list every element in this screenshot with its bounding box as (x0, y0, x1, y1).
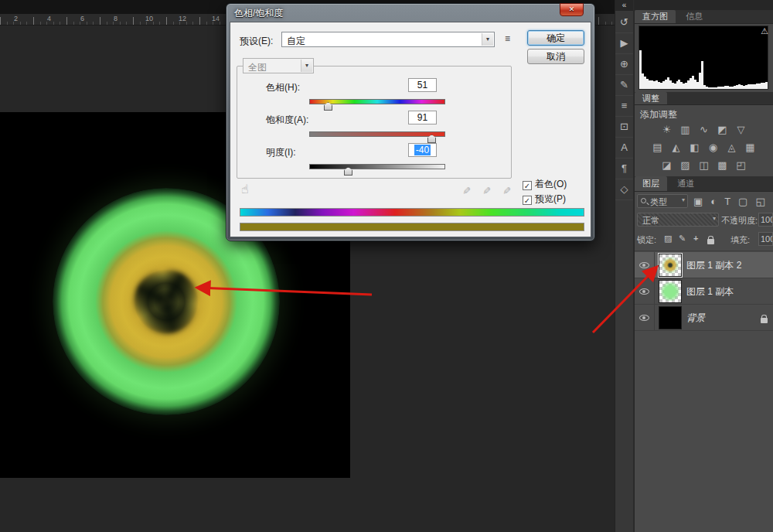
filter-adjustment-layers-icon[interactable]: ◐ (710, 195, 717, 208)
tab-info[interactable]: 信息 (678, 10, 710, 23)
eyedropper-subtract-icon[interactable]: ✎ (501, 186, 512, 195)
filter-smart-objects-icon[interactable]: ◱ (755, 195, 764, 208)
3d-panel-icon[interactable]: ◇ (615, 179, 633, 200)
search-icon (641, 198, 646, 203)
layer-thumbnail[interactable] (659, 254, 682, 277)
eye-icon[interactable] (639, 288, 649, 295)
actions-panel-icon[interactable]: ▶ (615, 33, 633, 54)
lock-transparency-icon[interactable]: ▨ (664, 234, 672, 244)
ruler-label: 10 (145, 15, 153, 22)
ruler-label: 14 (212, 15, 220, 22)
vibrance-icon[interactable]: ▽ (734, 123, 747, 136)
color-balance-icon[interactable]: ◭ (669, 141, 683, 154)
targeted-adjustment-tool-icon[interactable]: ☝ (241, 182, 249, 196)
chevron-down-icon: ▾ (713, 215, 716, 222)
preview-checkbox[interactable]: ✓预览(P) (523, 193, 566, 203)
checkbox-box[interactable]: ✓ (523, 181, 532, 190)
black-white-icon[interactable]: ◧ (688, 141, 701, 154)
fill-value[interactable]: 100% (758, 232, 773, 246)
saturation-label: 饱和度(A): (266, 114, 308, 127)
ruler-label: 6 (80, 15, 84, 22)
layer-name[interactable]: 图层 1 副本 (686, 285, 734, 298)
lock-label: 锁定: (637, 234, 656, 246)
hue-saturation-icon[interactable]: ▤ (651, 141, 664, 154)
paragraph-panel-icon[interactable]: ¶ (615, 159, 633, 179)
layer-thumbnail[interactable] (659, 306, 682, 329)
chevron-down-icon[interactable]: ▾ (482, 33, 493, 46)
filter-pixel-layers-icon[interactable]: ▣ (693, 195, 703, 208)
visibility-toggle[interactable] (635, 305, 655, 330)
close-icon[interactable]: ✕ (560, 3, 584, 16)
lock-paint-icon[interactable]: ✎ (679, 234, 686, 244)
ruler-label: 8 (114, 15, 117, 22)
lightness-slider[interactable] (309, 164, 445, 169)
collapse-panels-button[interactable]: « (615, 0, 633, 11)
character-panel-icon[interactable]: A (615, 138, 633, 159)
visibility-toggle[interactable] (635, 252, 655, 278)
layer-thumbnail[interactable] (659, 280, 682, 303)
opacity-value[interactable]: 100% (758, 213, 773, 227)
preset-options-button[interactable]: ≡ (501, 32, 514, 46)
hue-label: 色相(H): (266, 81, 300, 94)
layer-row-layer1-copy2[interactable]: 图层 1 副本 2 (635, 252, 773, 278)
ruler-label: 12 (179, 15, 186, 22)
histogram-chart (638, 26, 768, 90)
threshold-icon[interactable]: ◫ (697, 159, 710, 172)
lightness-input[interactable]: -40 (408, 143, 437, 157)
filter-type-layers-icon[interactable]: T (724, 195, 730, 208)
channel-select[interactable]: 全图 ▾ (243, 58, 314, 73)
eye-icon[interactable] (639, 315, 649, 321)
photo-filter-icon[interactable]: ◉ (707, 141, 720, 154)
layer-row-layer1-copy[interactable]: 图层 1 副本 (635, 278, 773, 305)
colorize-result-bar (240, 223, 584, 231)
lock-position-icon[interactable]: + (693, 234, 698, 243)
colorize-checkbox[interactable]: ✓着色(O) (523, 178, 567, 189)
layer-name[interactable]: 背景 (686, 312, 705, 325)
cancel-button[interactable]: 取消 (527, 49, 584, 64)
exposure-icon[interactable]: ◩ (716, 123, 729, 136)
channel-mixer-icon[interactable]: ◬ (725, 141, 738, 154)
visibility-toggle[interactable] (635, 278, 655, 304)
preset-select[interactable]: 自定 ▾ (281, 32, 495, 47)
ok-button[interactable]: 确定 (527, 30, 584, 46)
brush-presets-panel-icon[interactable]: ≡ (615, 96, 633, 117)
chevron-down-icon: ▾ (301, 60, 312, 72)
hue-input[interactable]: 51 (408, 78, 437, 92)
clone-source-panel-icon[interactable]: ⊕ (615, 54, 633, 75)
chevron-down-icon: ▾ (682, 196, 685, 203)
brush-panel-icon[interactable]: ✎ (615, 75, 633, 96)
dialog-title: 色相/饱和度 (234, 7, 283, 20)
lightness-label: 明度(I): (266, 146, 296, 159)
levels-icon[interactable]: ▥ (679, 123, 692, 136)
warning-icon[interactable]: ⚠ (761, 26, 768, 36)
blend-mode-select[interactable]: 正常 ▾ (637, 213, 719, 227)
saturation-input[interactable]: 91 (408, 111, 437, 124)
layer-row-background[interactable]: 背景 (635, 305, 773, 331)
eyedropper-add-icon[interactable]: ✎ (481, 186, 492, 195)
tab-histogram[interactable]: 直方图 (635, 10, 676, 23)
lock-all-icon[interactable] (707, 237, 714, 246)
eyedropper-sample-icon[interactable]: ✎ (461, 186, 472, 195)
invert-icon[interactable]: ◪ (660, 159, 673, 172)
checkbox-box[interactable]: ✓ (523, 196, 532, 205)
panel-dock: « ↺▶⊕✎≡⊡A¶◇ (615, 0, 634, 532)
fill-label: 填充: (730, 234, 750, 246)
history-panel-icon[interactable]: ↺ (615, 12, 633, 33)
tool-presets-panel-icon[interactable]: ⊡ (615, 117, 633, 138)
tab-channels[interactable]: 通道 (669, 176, 702, 191)
gradient-map-icon[interactable]: ▩ (716, 159, 729, 172)
posterize-icon[interactable]: ▨ (679, 159, 692, 172)
add-adjustment-label: 添加调整 (640, 108, 677, 121)
brightness-contrast-icon[interactable]: ☀ (660, 123, 673, 136)
selective-color-icon[interactable]: ◰ (734, 159, 747, 172)
saturation-slider[interactable] (309, 131, 445, 137)
curves-icon[interactable]: ∿ (697, 123, 710, 136)
layer-name[interactable]: 图层 1 副本 2 (686, 259, 741, 272)
tab-layers[interactable]: 图层 (635, 176, 667, 191)
color-lookup-icon[interactable]: ▦ (744, 141, 757, 154)
tab-adjustments[interactable]: 调整 (635, 92, 667, 104)
filter-shape-layers-icon[interactable]: ▢ (738, 195, 747, 208)
layer-filter-select[interactable]: 类型 ▾ (637, 194, 688, 208)
preset-label: 预设(E): (240, 35, 273, 48)
eye-icon[interactable] (639, 262, 649, 268)
